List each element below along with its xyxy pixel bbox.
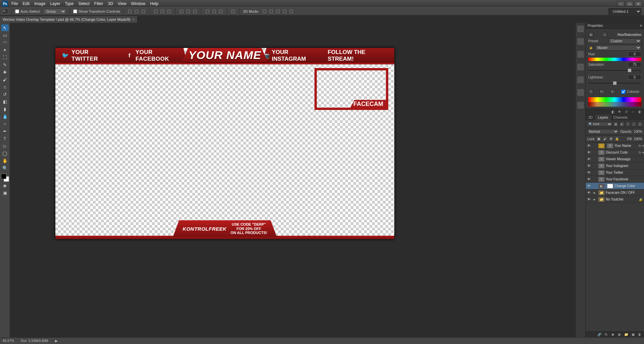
visibility-toggle[interactable]: 👁 [586,184,592,188]
eraser-tool[interactable]: ◧ [1,98,9,105]
new-group-icon[interactable]: 📁 [624,332,629,337]
menu-image[interactable]: Image [34,1,45,6]
history-brush-tool[interactable]: ↺ [1,91,9,98]
eyedropper-add-icon[interactable]: ✎+ [599,89,605,95]
menu-edit[interactable]: Edit [22,1,30,6]
expand-arrow-icon[interactable]: ▸ [594,191,597,194]
3d-pan-icon[interactable] [275,9,281,14]
eyedropper-sub-icon[interactable]: ✎- [610,89,615,95]
auto-select-check[interactable]: Auto-Select: [15,9,41,13]
visibility-toggle[interactable]: 👁 [586,144,592,148]
fx-badge[interactable]: fx ▾ [639,144,644,148]
panel-menu-icon[interactable]: ≡ [640,24,642,27]
reset-icon[interactable]: ↺ [624,110,629,114]
align-vcenter-icon[interactable] [134,9,139,14]
visibility-toggle[interactable]: 👁 [586,177,592,181]
move-tool[interactable]: ↖ [1,24,9,31]
dist-vcenter-icon[interactable] [186,9,191,14]
character-panel-icon[interactable] [577,76,584,83]
document-tab[interactable]: Wiches Video Overlay Template !.psd @ 66… [0,16,138,23]
filter-smart-icon[interactable]: ◫ [637,121,643,127]
lightness-input[interactable] [628,75,641,80]
expand-arrow-icon[interactable]: ▸ [594,197,597,201]
eyedropper-tool[interactable]: ✎ [1,61,9,68]
menu-type[interactable]: Type [65,1,73,6]
layer-row[interactable]: 👁◐Change Color [586,183,644,189]
view-previous-icon[interactable]: 👁 [617,110,622,114]
foreground-color[interactable] [1,174,6,179]
doc-size[interactable]: Doc: 5.93M/9.80M [21,339,48,343]
path-tool[interactable]: ▷ [1,142,9,149]
3d-roll-icon[interactable] [268,9,274,14]
menu-window[interactable]: Window [131,1,146,6]
new-layer-icon[interactable]: ▣ [631,332,635,337]
canvas-area[interactable]: 🐦YOUR TWITTER fYOUR FACEBOOK YOUR NAME 📷… [10,23,575,337]
menu-view[interactable]: View [118,1,127,6]
layer-row[interactable]: 👁▸📁Facecam ON / OFF [586,189,644,196]
clip-to-layer-icon[interactable]: ◧ [610,110,615,114]
marquee-tool[interactable]: ▭ [1,32,9,39]
dist-right-icon[interactable] [218,9,224,14]
menu-select[interactable]: Select [78,1,89,6]
align-left-icon[interactable] [153,9,158,14]
hue-input[interactable] [628,52,641,57]
shape-tool[interactable]: ◯ [1,150,9,157]
opacity-value[interactable]: 100% [634,130,642,133]
lock-all-icon[interactable]: 🔒 [615,136,620,141]
healing-tool[interactable]: ✚ [1,69,9,75]
channel-select[interactable]: Master [595,45,641,51]
history-panel-icon[interactable] [577,25,584,32]
lightness-slider[interactable] [588,81,641,85]
blur-tool[interactable]: 💧 [1,113,9,120]
filter-shape-icon[interactable]: ▱ [631,121,637,127]
menu-help[interactable]: Help [150,1,158,6]
layer-row[interactable]: 👁TYour Twitter [586,169,644,176]
adjustments-panel-icon[interactable] [577,102,584,109]
preset-select[interactable]: Custom [608,38,641,44]
lock-pixels-icon[interactable]: 🖌 [603,136,607,141]
visibility-toggle[interactable]: 👁 [586,151,592,154]
toggle-visibility-icon[interactable]: ○ [631,110,635,114]
delete-layer-icon[interactable]: 🗑 [637,332,642,337]
saturation-slider[interactable] [588,68,641,73]
gradient-tool[interactable]: ▮ [1,106,9,112]
zoom-tool[interactable]: 🔍 [1,165,9,171]
menu-file[interactable]: File [11,1,18,6]
layer-row[interactable]: 👁TYour Facebook [586,176,644,183]
hand-tool[interactable]: ✋ [1,157,9,164]
styles-panel-icon[interactable] [577,89,584,96]
filter-type-icon[interactable]: T [625,121,631,127]
visibility-toggle[interactable]: 👁 [586,164,592,168]
eyedropper-icon[interactable]: ✎ [588,89,594,95]
dist-bottom-icon[interactable] [192,9,198,14]
align-bottom-icon[interactable] [141,9,146,14]
close-tab-icon[interactable]: × [133,17,135,21]
filter-pixel-icon[interactable]: ▦ [613,121,618,127]
type-tool[interactable]: T [1,135,9,142]
colorize-check[interactable]: Colorize [621,90,641,94]
layer-mask-icon[interactable]: ◙ [610,332,615,337]
new-adjustment-icon[interactable]: ◐ [617,332,622,337]
layer-row[interactable]: 👁▸📁No Toutchie🔒 [586,196,644,203]
status-arrow-icon[interactable]: ▶ [55,339,58,343]
workspace-select[interactable]: Untitled-1 [608,8,641,15]
layer-fx-icon[interactable]: fx [604,332,608,337]
menu-layer[interactable]: Layer [50,1,60,6]
maximize-button[interactable]: ▭ [626,1,633,6]
fill-value[interactable]: 100% [634,137,642,141]
lock-transparent-icon[interactable]: ▦ [597,136,601,141]
pen-tool[interactable]: ✒ [1,128,9,134]
fx-badge[interactable]: fx ▾ [639,151,644,154]
dodge-tool[interactable]: ○ [1,120,9,127]
close-button[interactable]: ✕ [635,1,642,6]
paragraph-panel-icon[interactable] [577,64,584,70]
saturation-input[interactable] [628,62,641,67]
visibility-toggle[interactable]: 👁 [586,157,592,161]
blend-mode-select[interactable]: Normal [587,129,619,134]
tab-channels[interactable]: Channels [611,115,630,120]
layer-row[interactable]: 👁TYour Instagram [586,163,644,169]
tab-layers[interactable]: Layers [595,115,611,120]
align-top-icon[interactable] [127,9,133,14]
dist-left-icon[interactable] [205,9,210,14]
auto-select-mode[interactable]: Group [43,9,66,14]
